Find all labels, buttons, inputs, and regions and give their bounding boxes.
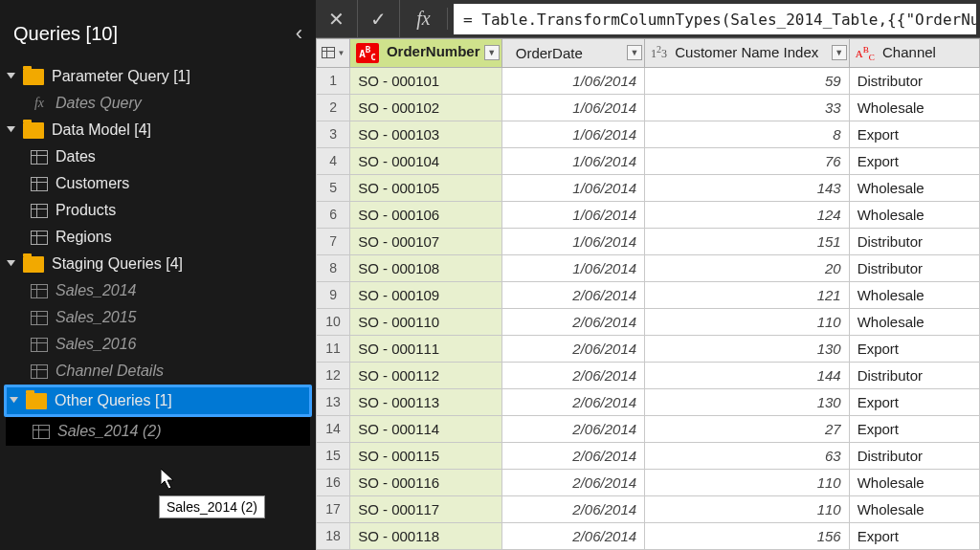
row-number[interactable]: 18 (317, 522, 350, 549)
collapse-pane-button[interactable]: ‹ (296, 21, 302, 46)
cell-customer-index[interactable]: 130 (645, 335, 850, 362)
cell-channel[interactable]: Wholesale (849, 94, 979, 121)
cell-orderdate[interactable]: 1/06/2014 (501, 174, 644, 201)
cell-customer-index[interactable]: 59 (645, 67, 850, 94)
cell-orderdate[interactable]: 2/06/2014 (501, 362, 644, 388)
cell-channel[interactable]: Export (849, 522, 979, 549)
table-row[interactable]: 17SO - 0001172/06/2014110Wholesale (317, 495, 980, 522)
cell-ordernumber[interactable]: SO - 000114 (350, 415, 501, 442)
cell-orderdate[interactable]: 2/06/2014 (501, 335, 644, 362)
row-number[interactable]: 1 (317, 67, 350, 94)
cell-channel[interactable]: Distributor (849, 442, 979, 469)
row-number[interactable]: 14 (317, 415, 350, 442)
cell-channel[interactable]: Distributor (849, 362, 979, 388)
cell-customer-index[interactable]: 20 (645, 254, 850, 281)
table-row[interactable]: 2SO - 0001021/06/201433Wholesale (317, 94, 980, 121)
cell-channel[interactable]: Distributor (849, 254, 979, 281)
tree-query-item[interactable]: Sales_2016 (0, 331, 316, 358)
cell-ordernumber[interactable]: SO - 000115 (350, 442, 501, 469)
cell-ordernumber[interactable]: SO - 000111 (350, 335, 501, 362)
cell-customer-index[interactable]: 8 (645, 121, 850, 147)
cell-customer-index[interactable]: 143 (645, 174, 850, 201)
cell-ordernumber[interactable]: SO - 000112 (350, 362, 501, 388)
cell-channel[interactable]: Export (849, 335, 979, 362)
tree-query-item[interactable]: Dates (0, 143, 316, 170)
cell-ordernumber[interactable]: SO - 000106 (350, 201, 501, 228)
cell-orderdate[interactable]: 1/06/2014 (501, 67, 644, 94)
row-number[interactable]: 5 (317, 174, 350, 201)
cell-orderdate[interactable]: 1/06/2014 (501, 121, 644, 147)
cell-ordernumber[interactable]: SO - 000118 (350, 522, 501, 549)
cell-ordernumber[interactable]: SO - 000108 (350, 254, 501, 281)
column-filter-button[interactable]: ▼ (484, 45, 500, 60)
table-row[interactable]: 12SO - 0001122/06/2014144Distributor (317, 362, 980, 388)
formula-fx-icon[interactable]: fx (400, 8, 448, 30)
cell-orderdate[interactable]: 1/06/2014 (501, 94, 644, 121)
cell-ordernumber[interactable]: SO - 000105 (350, 174, 501, 201)
cell-customer-index[interactable]: 124 (645, 201, 850, 228)
cell-channel[interactable]: Wholesale (849, 174, 979, 201)
cell-channel[interactable]: Wholesale (849, 308, 979, 335)
data-table-wrap[interactable]: ▼ ABC OrderNumber ▼ OrderDate ▼ (316, 38, 980, 550)
cell-orderdate[interactable]: 1/06/2014 (501, 254, 644, 281)
cell-channel[interactable]: Wholesale (849, 469, 979, 495)
cell-ordernumber[interactable]: SO - 000110 (350, 308, 501, 335)
row-number[interactable]: 4 (317, 147, 350, 174)
cell-ordernumber[interactable]: SO - 000107 (350, 228, 501, 254)
column-header-orderdate[interactable]: OrderDate ▼ (501, 39, 644, 68)
formula-cancel-button[interactable]: ✕ (316, 0, 358, 37)
cell-ordernumber[interactable]: SO - 000101 (350, 67, 501, 94)
table-row[interactable]: 6SO - 0001061/06/2014124Wholesale (317, 201, 980, 228)
cell-customer-index[interactable]: 121 (645, 281, 850, 308)
cell-ordernumber[interactable]: SO - 000102 (350, 94, 501, 121)
cell-orderdate[interactable]: 2/06/2014 (501, 388, 644, 415)
cell-customer-index[interactable]: 27 (645, 415, 850, 442)
formula-confirm-button[interactable]: ✓ (358, 0, 400, 37)
cell-orderdate[interactable]: 1/06/2014 (501, 201, 644, 228)
cell-customer-index[interactable]: 63 (645, 442, 850, 469)
table-row[interactable]: 5SO - 0001051/06/2014143Wholesale (317, 174, 980, 201)
cell-channel[interactable]: Distributor (849, 67, 979, 94)
row-number[interactable]: 7 (317, 228, 350, 254)
tree-query-item[interactable]: Products (0, 197, 316, 224)
cell-customer-index[interactable]: 130 (645, 388, 850, 415)
cell-customer-index[interactable]: 144 (645, 362, 850, 388)
table-row[interactable]: 18SO - 0001182/06/2014156Export (317, 522, 980, 549)
table-row[interactable]: 16SO - 0001162/06/2014110Wholesale (317, 469, 980, 495)
tree-query-item[interactable]: fxDates Query (0, 90, 316, 117)
row-number[interactable]: 13 (317, 388, 350, 415)
formula-input[interactable]: = Table.TransformColumnTypes(Sales_2014_… (454, 4, 976, 34)
cell-orderdate[interactable]: 2/06/2014 (501, 495, 644, 522)
table-row[interactable]: 8SO - 0001081/06/201420Distributor (317, 254, 980, 281)
row-number[interactable]: 12 (317, 362, 350, 388)
column-filter-button[interactable]: ▼ (832, 45, 847, 60)
tree-query-item[interactable]: Channel Details (0, 358, 316, 385)
table-row[interactable]: 10SO - 0001102/06/2014110Wholesale (317, 308, 980, 335)
row-number[interactable]: 10 (317, 308, 350, 335)
cell-channel[interactable]: Export (849, 388, 979, 415)
tree-group[interactable]: Staging Queries [4] (0, 251, 316, 277)
row-number[interactable]: 3 (317, 121, 350, 147)
cell-orderdate[interactable]: 1/06/2014 (501, 147, 644, 174)
cell-customer-index[interactable]: 110 (645, 495, 850, 522)
table-row[interactable]: 11SO - 0001112/06/2014130Export (317, 335, 980, 362)
table-row[interactable]: 1SO - 0001011/06/201459Distributor (317, 67, 980, 94)
table-row[interactable]: 15SO - 0001152/06/201463Distributor (317, 442, 980, 469)
table-row[interactable]: 4SO - 0001041/06/201476Export (317, 147, 980, 174)
cell-customer-index[interactable]: 33 (645, 94, 850, 121)
table-row[interactable]: 7SO - 0001071/06/2014151Distributor (317, 228, 980, 254)
cell-orderdate[interactable]: 2/06/2014 (501, 308, 644, 335)
row-number[interactable]: 15 (317, 442, 350, 469)
tree-query-item[interactable]: Sales_2014 (0, 277, 316, 304)
column-header-channel[interactable]: ABC Channel (849, 39, 979, 68)
cell-orderdate[interactable]: 2/06/2014 (501, 281, 644, 308)
row-number[interactable]: 17 (317, 495, 350, 522)
tree-query-item[interactable]: Sales_2014 (2) (6, 417, 310, 446)
tree-group[interactable]: Parameter Query [1] (0, 63, 316, 90)
row-number[interactable]: 6 (317, 201, 350, 228)
cell-ordernumber[interactable]: SO - 000109 (350, 281, 501, 308)
row-number[interactable]: 2 (317, 94, 350, 121)
cell-ordernumber[interactable]: SO - 000116 (350, 469, 501, 495)
cell-orderdate[interactable]: 2/06/2014 (501, 522, 644, 549)
tree-query-item[interactable]: Regions (0, 224, 316, 251)
